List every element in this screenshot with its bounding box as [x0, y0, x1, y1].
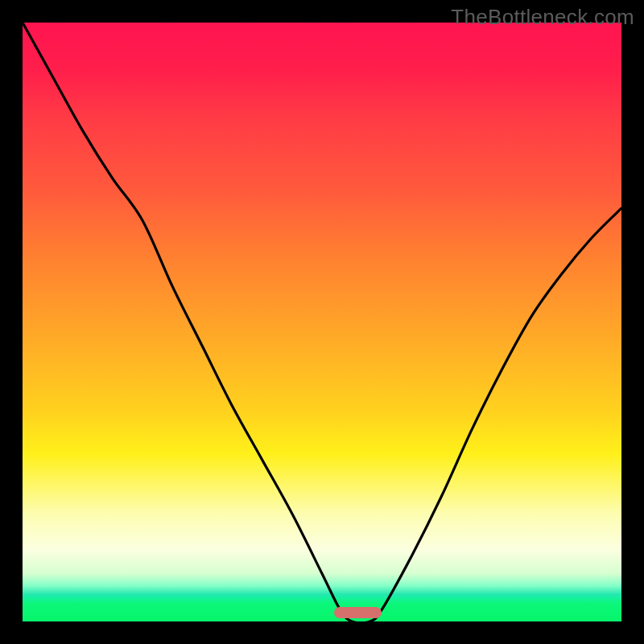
- plot-area: [23, 23, 621, 621]
- bottleneck-curve: [23, 23, 621, 621]
- optimal-range-marker: [334, 607, 382, 618]
- chart-frame: TheBottleneck.com: [0, 0, 644, 644]
- curve-path: [23, 23, 621, 621]
- watermark-text: TheBottleneck.com: [451, 5, 634, 30]
